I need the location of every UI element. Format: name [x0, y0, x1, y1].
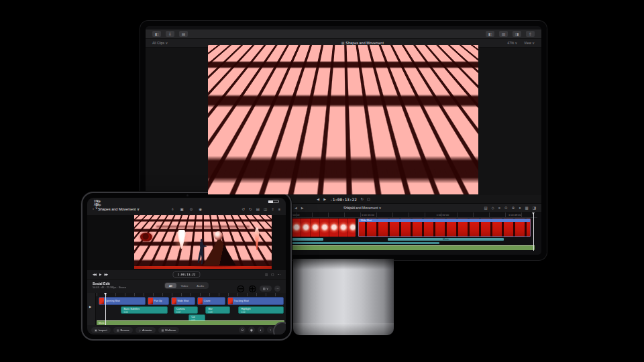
battery-icon — [272, 200, 279, 203]
ipad-screen: 9:41 AM Tue Sep 9 ≋ ‹ Shapes and Movemen… — [87, 198, 286, 335]
more-options-icon[interactable]: ⋯ — [274, 286, 280, 292]
play-icon[interactable]: ▶ — [99, 273, 101, 276]
settings-icon[interactable]: ≡ — [278, 207, 280, 211]
viewer-toggle-icon[interactable]: ◫ — [264, 207, 267, 211]
stage: ◧⇩▤ ◧▥◨⇧ All Clips ∨ ▦Shapes and Movemen… — [0, 0, 644, 362]
audio-clip-label: Music — [99, 322, 105, 324]
inspect-button-icon: ▣ — [95, 328, 97, 332]
bottom-pill-group: ▣Inspect▤Browse◇Animate▦Multicam — [91, 327, 179, 333]
voiceover-record-icon[interactable]: ⊙ — [239, 326, 246, 333]
playhead[interactable] — [105, 293, 106, 325]
sidebar-toggle-icon[interactable]: ◧ — [152, 31, 161, 37]
fullscreen-icon[interactable]: ▢ — [271, 273, 274, 276]
mic-icon[interactable]: ⊙ — [190, 207, 193, 211]
connected-clip[interactable]: Blur0:03 — [205, 306, 229, 314]
connected-clip[interactable]: Basic Subtitles0:06 — [121, 306, 168, 314]
loop-icon[interactable]: ↻ — [361, 197, 364, 201]
mirror-sphere — [365, 89, 382, 107]
clip-label: Opening Shot — [105, 300, 120, 302]
inspector-toggle-icon[interactable]: ◨ — [513, 31, 521, 37]
undo-icon[interactable]: ↺ — [242, 207, 246, 211]
video-clip[interactable]: Pan Up — [148, 297, 169, 305]
playhead[interactable] — [533, 213, 534, 251]
timeline-side-strip[interactable]: ▶ — [87, 293, 96, 325]
snapping-icon[interactable]: ● — [519, 206, 521, 210]
animate-button-icon: ◇ — [139, 328, 141, 332]
viewer-options-icon[interactable]: ◫ — [265, 273, 268, 276]
viewer-zoom-menu[interactable]: 47% ∨ — [507, 41, 517, 45]
video-lane: Wide Shot — [282, 219, 535, 237]
capture-icon[interactable]: ◉ — [248, 326, 255, 333]
ipad-timecode: 1:00:13:22 — [172, 272, 200, 278]
video-clip[interactable]: Wide Shot — [171, 297, 195, 305]
tools-icon[interactable]: ≡ — [498, 206, 500, 210]
connected-clip[interactable]: Camera0:02 — [174, 306, 198, 314]
timeline-tools-group: ▤◇≡⊙⊕●▦◨ — [484, 206, 536, 210]
camera-icon[interactable]: ▣ — [180, 207, 183, 211]
ruler-timecode: 1:00:32:00 — [436, 213, 449, 217]
video-clip[interactable]: Crane — [197, 297, 225, 305]
clip-appearance-icon[interactable]: ▦ — [525, 206, 529, 210]
music-audio-clip[interactable]: Music — [97, 320, 284, 325]
timeline-back-icon[interactable]: ◀ — [294, 206, 297, 210]
video-clip[interactable]: Tracking Shot — [227, 297, 284, 305]
timeline-toggle-icon[interactable]: ▥ — [499, 31, 508, 37]
timeline-forward-icon[interactable]: ▶ — [301, 206, 304, 210]
connected-audio-clip[interactable]: Music — [388, 238, 504, 241]
fcp-ipad-viewer — [87, 215, 286, 270]
browse-button[interactable]: ▤Browse — [113, 327, 133, 333]
segment-all[interactable]: All — [165, 283, 176, 288]
skip-forward-icon[interactable]: ▶▶ — [104, 273, 107, 276]
trim-icon[interactable]: ◐ — [258, 326, 264, 333]
connected-audio-clip[interactable] — [282, 242, 439, 244]
fcp-ipad-project-bar: Social Edit 54:03 · 4K · 23.98fps · Ster… — [87, 280, 286, 293]
clip-label: Pan Up — [154, 300, 162, 302]
play-icon[interactable]: ▶ — [323, 197, 326, 201]
export-icon[interactable]: ⇧ — [271, 207, 274, 211]
animate-button-label: Animate — [142, 328, 152, 332]
browser-toggle-icon[interactable]: ◧ — [486, 31, 494, 37]
fcp-mac-timeline[interactable]: 1:00:00:001:00:16:001:00:32:001:00:48:00… — [280, 213, 537, 251]
multicam-button[interactable]: ▦Multicam — [158, 327, 180, 333]
transport-right-group: ◫▢⋯ — [265, 273, 280, 276]
video-clip[interactable] — [282, 219, 356, 237]
skip-back-icon[interactable]: ◀ — [317, 197, 319, 201]
inspect-button-label: Inspect — [99, 328, 107, 332]
viewer-view-menu[interactable]: View ∨ — [524, 41, 535, 45]
mac-ruler[interactable]: 1:00:00:001:00:16:001:00:32:001:00:48:00 — [280, 213, 537, 218]
keyword-editor-icon[interactable]: ▤ — [179, 31, 188, 37]
clip-label: Crane — [204, 300, 211, 302]
segment-audio[interactable]: Audio — [193, 283, 208, 288]
animate-button[interactable]: ◇Animate — [136, 327, 156, 333]
skimming-icon[interactable]: ⊙ — [504, 206, 508, 210]
audio-skimming-icon[interactable]: ⊕ — [512, 206, 515, 210]
red-column — [466, 52, 478, 187]
voiceover-icon[interactable]: ◉ — [199, 207, 202, 211]
fcp-mac-viewer — [146, 48, 541, 195]
music-audio-clip[interactable] — [282, 245, 535, 250]
marker-icon[interactable]: ◇ — [492, 206, 494, 210]
timeline-duration: 54:03 — [347, 206, 356, 210]
play-icon[interactable]: ▶ — [89, 305, 91, 308]
segment-video[interactable]: Video — [177, 283, 193, 288]
redo-icon[interactable]: ↻ — [249, 207, 252, 211]
share-icon[interactable]: ⇧ — [526, 31, 535, 37]
skip-back-icon[interactable]: ◀◀ — [93, 273, 96, 276]
more-icon[interactable]: ⋯ — [278, 273, 281, 276]
timeline-settings-icon[interactable]: ◨ — [533, 206, 536, 210]
fullscreen-icon[interactable]: ▢ — [367, 197, 370, 201]
browse-button-icon: ▤ — [117, 328, 119, 332]
import-media-icon[interactable]: ⇩ — [166, 31, 174, 37]
connected-clip[interactable]: Highlight0:04 — [238, 306, 283, 314]
toolbar-right-group: ◧▥◨⇧ — [486, 31, 535, 37]
ipad-ruler[interactable] — [97, 293, 284, 296]
browser-toggle-icon[interactable]: ▤ — [256, 207, 260, 211]
dancer-silhouette — [325, 111, 355, 186]
fcp-ipad-transport: ◀◀▶▶▶ 1:00:13:22 ◫▢⋯ — [87, 270, 286, 280]
fcp-ipad-timeline[interactable]: ▶ Opening ShotPan UpWide ShotCraneTracki… — [87, 293, 286, 325]
index-icon[interactable]: ▤ — [484, 206, 487, 210]
clip-appearance-button[interactable]: ▥ ∨ — [260, 286, 272, 292]
inspect-button[interactable]: ▣Inspect — [91, 327, 111, 333]
import-icon[interactable]: ⇩ — [171, 207, 174, 211]
video-clip-selected[interactable]: Wide Shot — [358, 219, 531, 237]
